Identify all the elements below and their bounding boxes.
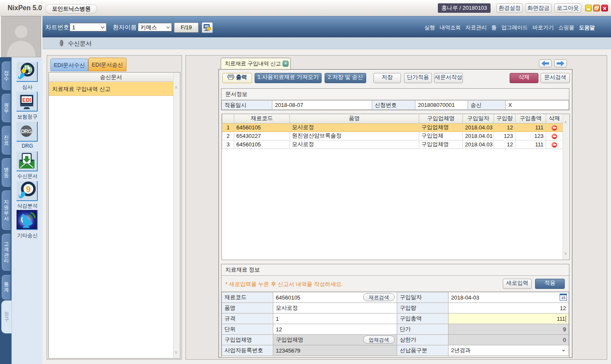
- svg-text:EDI: EDI: [22, 97, 31, 103]
- svg-text:DRG: DRG: [21, 129, 31, 134]
- svg-text:9: 9: [26, 185, 31, 194]
